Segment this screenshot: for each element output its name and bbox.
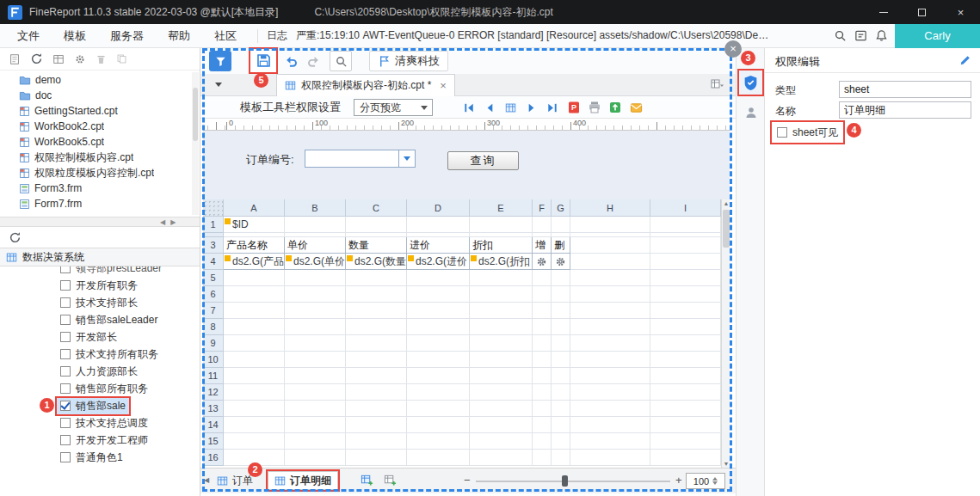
cell-G6[interactable] [552, 286, 570, 303]
cell-H10[interactable] [570, 352, 650, 368]
row-header-10[interactable]: 10 [203, 352, 224, 368]
redo-button[interactable] [304, 52, 323, 70]
cell-G1[interactable] [552, 217, 570, 233]
role-item[interactable]: 人力资源部长 [0, 363, 200, 380]
cell-B8[interactable] [285, 319, 346, 335]
scroll-up-icon[interactable]: ▲ [722, 200, 730, 206]
row-header-14[interactable]: 14 [203, 417, 224, 433]
role-item[interactable]: 开发所有职务 [0, 277, 200, 294]
type-field[interactable] [839, 81, 971, 98]
print-button[interactable] [586, 98, 603, 117]
first-page-button[interactable] [460, 98, 478, 117]
last-page-button[interactable] [543, 98, 560, 117]
role-checkbox[interactable] [60, 383, 71, 394]
col-header-F[interactable]: F [533, 199, 552, 217]
cell-C5[interactable] [346, 270, 407, 286]
cell-D8[interactable] [407, 319, 470, 335]
cell-A12[interactable] [224, 384, 285, 401]
cell-C16[interactable] [346, 450, 407, 466]
row-header-4[interactable]: 4 [203, 254, 224, 270]
cell-H5[interactable] [570, 270, 650, 286]
cell-B12[interactable] [285, 384, 346, 401]
cell-F12[interactable] [533, 384, 552, 401]
cell-C4[interactable]: ds2.G(数量 [346, 254, 407, 270]
cell-H14[interactable] [570, 417, 650, 433]
tree-item-folder[interactable]: doc [0, 88, 200, 103]
log-label[interactable]: 日志 [267, 28, 287, 43]
cell-D6[interactable] [407, 286, 470, 303]
role-item[interactable]: 销售部所有职务 [0, 380, 200, 397]
pencil-icon[interactable] [959, 54, 971, 66]
insert-grid-report-icon[interactable] [361, 474, 373, 487]
zoom-slider-thumb[interactable] [562, 475, 568, 487]
cell-F1[interactable] [533, 217, 552, 233]
col-header-C[interactable]: C [346, 199, 407, 217]
cell-B16[interactable] [285, 450, 346, 466]
refresh-roles-icon[interactable] [9, 231, 22, 244]
cell-A5[interactable] [224, 270, 285, 286]
cell-D11[interactable] [407, 368, 470, 384]
selection-close-icon[interactable]: × [724, 40, 742, 58]
role-item[interactable]: 开发部长 [0, 328, 200, 346]
cell-G5[interactable] [552, 270, 570, 286]
role-item[interactable]: 技术支持所有职务 [0, 346, 200, 363]
role-item[interactable]: 1销售部sale [0, 397, 200, 414]
role-item[interactable]: 普通角色1 [0, 449, 200, 466]
cell-D7[interactable] [407, 303, 470, 319]
cell-E5[interactable] [470, 270, 533, 286]
role-item[interactable]: 开发开发工程师 [0, 432, 200, 449]
cell-I14[interactable] [650, 417, 721, 433]
cell-G14[interactable] [552, 417, 570, 433]
cell-C12[interactable] [346, 384, 407, 401]
cell-B3[interactable]: 单价 [285, 237, 346, 254]
cell-D15[interactable] [407, 433, 470, 450]
menu-item[interactable]: 模板 [52, 24, 98, 48]
cell-E7[interactable] [470, 303, 533, 319]
cell-D12[interactable] [407, 384, 470, 401]
cell-D16[interactable] [407, 450, 470, 466]
filter-button[interactable] [209, 51, 231, 71]
cell-D5[interactable] [407, 270, 470, 286]
find-button[interactable] [330, 51, 352, 71]
user-account-chip[interactable]: Carly [895, 24, 980, 48]
cell-D13[interactable] [407, 401, 470, 417]
cell-F4[interactable] [533, 254, 552, 270]
preview-mode-select[interactable]: 分页预览 [354, 99, 433, 116]
email-button[interactable] [627, 98, 644, 117]
cell-I4[interactable] [650, 254, 721, 270]
tab-close-icon[interactable]: × [440, 79, 447, 92]
row-header-13[interactable]: 13 [203, 401, 224, 417]
cell-F11[interactable] [533, 368, 552, 384]
search-icon[interactable] [834, 29, 847, 42]
cell-B14[interactable] [285, 417, 346, 433]
switch-view-icon[interactable] [52, 53, 65, 65]
save-button[interactable] [250, 49, 276, 72]
cell-C7[interactable] [346, 303, 407, 319]
cell-G12[interactable] [552, 384, 570, 401]
role-checkbox[interactable] [60, 452, 71, 462]
export-button[interactable] [607, 98, 624, 117]
cell-G15[interactable] [552, 433, 570, 450]
cell-C9[interactable] [346, 335, 407, 352]
cell-B1[interactable] [285, 217, 346, 233]
row-header-9[interactable]: 9 [203, 335, 224, 352]
cell-E13[interactable] [470, 401, 533, 417]
cell-H4[interactable] [570, 254, 650, 270]
role-checkbox[interactable] [60, 332, 71, 342]
grid-corner[interactable] [203, 199, 224, 217]
maximize-button[interactable] [903, 0, 941, 24]
cell-F15[interactable] [533, 433, 552, 450]
cell-A3[interactable]: 产品名称 [224, 237, 285, 254]
cell-E10[interactable] [470, 352, 533, 368]
zoom-out-icon[interactable]: − [464, 474, 471, 487]
prev-page-button[interactable] [481, 98, 498, 117]
sheet-visible-checkbox[interactable] [777, 127, 787, 138]
template-theme-button[interactable]: 清爽科技 [369, 51, 448, 71]
cell-B9[interactable] [285, 335, 346, 352]
tree-item-frm[interactable]: Form3.frm [0, 181, 200, 196]
cell-B5[interactable] [285, 270, 346, 286]
cell-B10[interactable] [285, 352, 346, 368]
tree-item-cpt[interactable]: GettingStarted.cpt [0, 103, 200, 119]
tree-item-cpt[interactable]: 权限粒度模板内容控制.cpt [0, 165, 200, 181]
tree-item-cpt[interactable]: WorkBook5.cpt [0, 134, 200, 150]
